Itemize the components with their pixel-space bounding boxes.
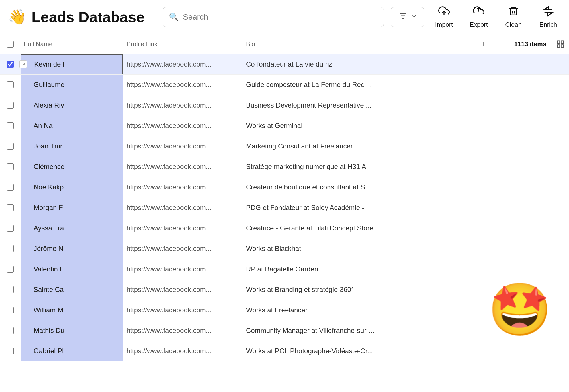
filter-icon (398, 11, 408, 23)
row-select-checkbox[interactable] (7, 163, 14, 170)
svg-rect-11 (557, 45, 560, 47)
row-checkbox[interactable] (0, 307, 21, 313)
row-checkbox[interactable] (0, 286, 21, 293)
row-bio-cell: Business Development Representative ... (243, 101, 472, 109)
row-profile-cell[interactable]: https://www.facebook.com... (123, 224, 243, 232)
row-bio-cell: Works at Freelancer (243, 306, 472, 314)
filter-button[interactable] (391, 7, 424, 27)
row-select-checkbox[interactable] (7, 143, 14, 150)
row-profile-cell[interactable]: https://www.facebook.com... (123, 286, 243, 294)
row-profile-cell[interactable]: https://www.facebook.com... (123, 204, 243, 212)
row-name-cell: Sainte Ca (21, 279, 123, 300)
row-name-cell: Valentin F (21, 259, 123, 279)
row-checkbox[interactable] (0, 204, 21, 211)
row-name-cell: Mathis Du (21, 320, 123, 341)
row-profile-cell[interactable]: https://www.facebook.com... (123, 306, 243, 314)
row-profile-cell[interactable]: https://www.facebook.com... (123, 142, 243, 150)
table-row[interactable]: William M https://www.facebook.com... Wo… (0, 300, 569, 320)
row-bio-cell: Community Manager at Villefranche-sur-..… (243, 327, 472, 335)
row-bio-cell: Works at Germinal (243, 122, 472, 130)
row-profile-cell[interactable]: https://www.facebook.com... (123, 101, 243, 109)
row-checkbox[interactable] (0, 245, 21, 252)
row-bio-cell: Works at Branding et stratégie 360° (243, 286, 472, 294)
row-select-checkbox[interactable] (7, 245, 14, 252)
clean-label: Clean (505, 21, 521, 28)
svg-marker-8 (548, 13, 552, 16)
row-select-checkbox[interactable] (7, 286, 14, 293)
row-select-checkbox[interactable] (7, 307, 14, 313)
title-emoji: 👋 (8, 8, 26, 26)
table-row[interactable]: Sainte Ca https://www.facebook.com... Wo… (0, 279, 569, 300)
row-select-checkbox[interactable] (7, 102, 14, 109)
add-column-button[interactable]: + (472, 40, 495, 49)
row-bio-cell: RP at Bagatelle Garden (243, 265, 472, 273)
enrich-button[interactable]: Enrich (535, 5, 561, 28)
row-profile-cell[interactable]: https://www.facebook.com... (123, 122, 243, 130)
table-row[interactable]: Alexia Riv https://www.facebook.com... B… (0, 95, 569, 115)
row-checkbox[interactable] (0, 102, 21, 109)
table-body: ↗ Kevin de l https://www.facebook.com...… (0, 54, 569, 361)
import-icon (438, 5, 450, 19)
row-profile-cell[interactable]: https://www.facebook.com... (123, 183, 243, 191)
row-select-checkbox[interactable] (7, 348, 14, 354)
row-select-checkbox[interactable] (7, 327, 14, 334)
row-select-checkbox[interactable] (7, 122, 14, 129)
row-bio-cell: Co-fondateur at La vie du riz (243, 60, 472, 68)
row-profile-cell[interactable]: https://www.facebook.com... (123, 245, 243, 253)
table-row[interactable]: Noé Kakp https://www.facebook.com... Cré… (0, 177, 569, 197)
row-profile-cell[interactable]: https://www.facebook.com... (123, 265, 243, 273)
table-row[interactable]: ↗ Kevin de l https://www.facebook.com...… (0, 54, 569, 75)
table-row[interactable]: Gabriel Pl https://www.facebook.com... W… (0, 341, 569, 361)
enrich-icon (543, 5, 554, 19)
row-checkbox[interactable] (0, 122, 21, 129)
row-checkbox[interactable] (0, 225, 21, 232)
table-row[interactable]: Clémence https://www.facebook.com... Str… (0, 156, 569, 177)
row-select-checkbox[interactable] (7, 204, 14, 211)
row-name-cell: Noé Kakp (21, 177, 123, 197)
toolbar-actions: Import Export Cl (431, 5, 561, 28)
table-row[interactable]: Ayssa Tra https://www.facebook.com... Cr… (0, 218, 569, 238)
row-select-checkbox[interactable] (7, 225, 14, 232)
search-input[interactable] (183, 13, 378, 22)
table-row[interactable]: Valentin F https://www.facebook.com... R… (0, 259, 569, 279)
table-row[interactable]: Joan Tmr https://www.facebook.com... Mar… (0, 136, 569, 156)
export-button[interactable]: Export (466, 5, 492, 28)
col-header-name: Full Name (21, 40, 123, 48)
row-name-cell: An Na (21, 115, 123, 136)
row-name-cell: Jérôme N (21, 238, 123, 259)
clean-button[interactable]: Clean (501, 5, 526, 28)
table-row[interactable]: Mathis Du https://www.facebook.com... Co… (0, 320, 569, 341)
row-profile-cell[interactable]: https://www.facebook.com... (123, 81, 243, 89)
table-row[interactable]: Morgan F https://www.facebook.com... PDG… (0, 197, 569, 218)
filter-chevron-icon (411, 13, 417, 21)
row-profile-cell[interactable]: https://www.facebook.com... (123, 327, 243, 335)
table-row[interactable]: Guillaume https://www.facebook.com... Gu… (0, 75, 569, 95)
import-label: Import (435, 21, 453, 28)
select-all-checkbox[interactable] (7, 41, 14, 48)
row-profile-cell[interactable]: https://www.facebook.com... (123, 347, 243, 355)
row-bio-cell: Marketing Consultant at Freelancer (243, 142, 472, 150)
row-select-checkbox[interactable] (7, 266, 14, 273)
table-row[interactable]: An Na https://www.facebook.com... Works … (0, 115, 569, 136)
search-bar: 🔍 (163, 7, 384, 27)
row-checkbox[interactable] (0, 327, 21, 334)
row-checkbox[interactable] (0, 184, 21, 191)
row-checkbox[interactable] (0, 266, 21, 273)
row-checkbox[interactable] (0, 143, 21, 150)
row-select-checkbox[interactable] (7, 81, 14, 88)
row-select-checkbox[interactable] (7, 184, 14, 191)
row-profile-cell[interactable]: https://www.facebook.com... (123, 60, 243, 68)
table-row[interactable]: Jérôme N https://www.facebook.com... Wor… (0, 238, 569, 259)
row-checkbox[interactable] (0, 348, 21, 354)
row-checkbox[interactable] (0, 163, 21, 170)
row-checkbox[interactable] (0, 61, 21, 68)
view-toggle-button[interactable] (552, 40, 569, 48)
table-header: Full Name Profile Link Bio + 1113 items (0, 34, 569, 54)
row-profile-cell[interactable]: https://www.facebook.com... (123, 163, 243, 171)
row-name-cell: Guillaume (21, 75, 123, 95)
row-checkbox[interactable] (0, 81, 21, 88)
row-name-cell: Clémence (21, 156, 123, 177)
row-select-checkbox[interactable] (7, 61, 14, 68)
import-button[interactable]: Import (431, 5, 457, 28)
expand-row-button[interactable]: ↗ (19, 60, 27, 68)
